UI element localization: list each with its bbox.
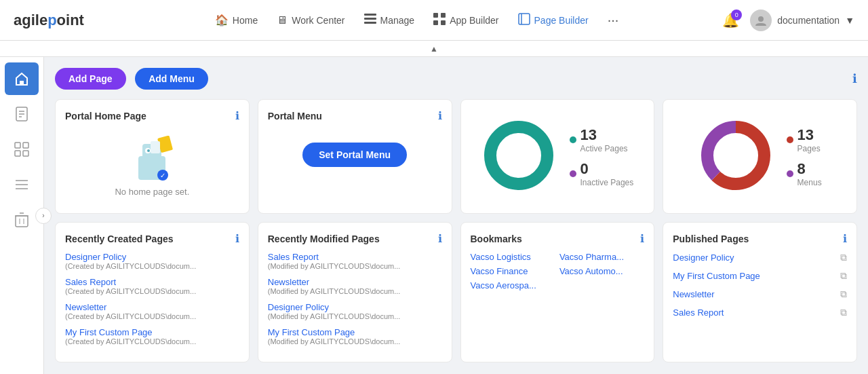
sidebar-item-grid[interactable] — [5, 133, 39, 166]
recently-created-sub-4: (Created by AGILITYCLOUDS\docum... — [65, 337, 239, 345]
sidebar-item-trash[interactable] — [5, 204, 39, 236]
pages-menus-donut — [698, 118, 773, 195]
bookmark-link-1[interactable]: Vacso Logistics — [471, 252, 555, 262]
page-info-icon[interactable]: ℹ — [852, 71, 857, 86]
list-item: Newsletter (Modified by AGILITYCLOUDS\do… — [268, 277, 442, 295]
recently-created-link-2[interactable]: Sales Report — [65, 277, 239, 287]
sidebar-item-home[interactable] — [5, 62, 39, 95]
user-menu[interactable]: documentation ▼ — [750, 10, 854, 31]
list-item: Designer Policy (Created by AGILITYCLOUD… — [65, 252, 239, 270]
no-page-text: No home page set. — [115, 187, 189, 197]
published-item-1: Designer Policy ⧉ — [673, 252, 847, 263]
content-top-bar: Add Page Add Menu ℹ — [55, 68, 857, 90]
copy-icon-2[interactable]: ⧉ — [840, 270, 847, 282]
recently-created-link-3[interactable]: Newsletter — [65, 302, 239, 312]
svg-rect-10 — [20, 81, 24, 85]
bookmarks-info-icon[interactable]: ℹ — [640, 232, 644, 245]
svg-rect-15 — [15, 143, 20, 148]
recently-modified-sub-3: (Modified by AGILITYCLOUDS\docum... — [268, 312, 442, 320]
published-link-4[interactable]: Sales Report — [673, 307, 724, 318]
nav-pagebuilder[interactable]: Page Builder — [518, 13, 589, 28]
svg-rect-18 — [23, 151, 28, 156]
portal-menu-title: Portal Menu — [268, 111, 322, 121]
recently-modified-link-1[interactable]: Sales Report — [268, 252, 442, 262]
published-pages-card: Published Pages ℹ Designer Policy ⧉ My F… — [663, 222, 857, 362]
recently-modified-link-2[interactable]: Newsletter — [268, 277, 442, 287]
recently-modified-title: Recently Modified Pages — [268, 233, 380, 244]
bookmark-link-2[interactable]: Vacso Pharma... — [559, 252, 644, 262]
published-item-4: Sales Report ⧉ — [673, 307, 847, 318]
published-link-1[interactable]: Designer Policy — [673, 253, 734, 263]
portal-menu-info-icon[interactable]: ℹ — [438, 109, 442, 122]
portal-home-title: Portal Home Page — [65, 111, 146, 121]
nav-right: 🔔 0 documentation ▼ — [722, 10, 854, 31]
recently-created-link-4[interactable]: My First Custom Page — [65, 327, 239, 337]
pages-donut-chart — [481, 118, 556, 195]
portal-menu-card: Portal Menu ℹ Set Portal Menu — [258, 99, 452, 214]
bookmarks-list: Vacso Logistics Vacso Pharma... Vacso Fi… — [471, 252, 645, 291]
nav-appbuilder[interactable]: App Builder — [433, 13, 498, 28]
published-pages-info-icon[interactable]: ℹ — [843, 232, 847, 245]
recently-modified-list: Sales Report (Modified by AGILITYCLOUDS\… — [268, 252, 442, 352]
list-item: Sales Report (Modified by AGILITYCLOUDS\… — [268, 252, 442, 270]
svg-rect-16 — [23, 143, 28, 148]
more-dots[interactable]: ··· — [608, 12, 619, 28]
notification-badge: 0 — [731, 10, 742, 20]
recently-modified-sub-1: (Modified by AGILITYCLOUDS\docum... — [268, 262, 442, 270]
svg-text:✓: ✓ — [160, 172, 165, 179]
list-item: My First Custom Page (Created by AGILITY… — [65, 327, 239, 345]
nav-manage[interactable]: Manage — [364, 14, 415, 27]
bookmark-link-3[interactable]: Vacso Finance — [471, 266, 555, 276]
published-link-2[interactable]: My First Custom Page — [673, 271, 760, 281]
copy-icon-3[interactable]: ⧉ — [840, 288, 847, 300]
recently-created-list: Designer Policy (Created by AGILITYCLOUD… — [65, 252, 239, 352]
published-link-3[interactable]: Newsletter — [673, 289, 714, 299]
published-pages-title: Published Pages — [673, 233, 749, 244]
add-menu-button[interactable]: Add Menu — [135, 68, 208, 90]
sidebar: › — [0, 57, 44, 374]
copy-icon-1[interactable]: ⧉ — [840, 252, 847, 263]
nav-workcenter[interactable]: 🖥 Work Center — [277, 14, 344, 26]
sidebar-toggle[interactable]: › — [35, 208, 52, 224]
recently-modified-link-3[interactable]: Designer Policy — [268, 302, 442, 312]
robot-illustration: ✓ — [125, 136, 179, 187]
add-page-button[interactable]: Add Page — [55, 68, 126, 90]
recently-modified-link-4[interactable]: My First Custom Page — [268, 327, 442, 337]
pages-menus-legend: 13 Pages 8 Menus — [787, 126, 822, 187]
nav-links: 🏠 Home 🖥 Work Center Manage App Builder … — [111, 12, 722, 28]
sidebar-item-list[interactable] — [5, 168, 39, 201]
portal-home-info-icon[interactable]: ℹ — [235, 109, 239, 122]
list-item: My First Custom Page (Modified by AGILIT… — [268, 327, 442, 345]
svg-point-31 — [147, 149, 150, 152]
monitor-icon: 🖥 — [277, 14, 288, 26]
recently-created-info-icon[interactable]: ℹ — [235, 232, 239, 245]
collapse-bar[interactable]: ▲ — [0, 41, 868, 57]
action-buttons: Add Page Add Menu — [55, 68, 208, 90]
copy-icon-4[interactable]: ⧉ — [840, 307, 847, 318]
bookmark-link-4[interactable]: Vacso Automo... — [559, 266, 644, 276]
svg-point-37 — [490, 127, 547, 184]
pages-menus-card: 13 Pages 8 Menus — [663, 99, 857, 214]
recently-created-card: Recently Created Pages ℹ Designer Policy… — [55, 222, 250, 362]
svg-rect-5 — [433, 20, 438, 25]
svg-rect-0 — [364, 14, 376, 16]
recently-created-sub-1: (Created by AGILITYCLOUDS\docum... — [65, 262, 239, 270]
content-area: Add Page Add Menu ℹ Portal Home Page ℹ — [44, 57, 868, 374]
recently-modified-info-icon[interactable]: ℹ — [438, 232, 442, 245]
set-portal-menu-button[interactable]: Set Portal Menu — [302, 143, 407, 167]
sidebar-item-pages[interactable] — [5, 98, 39, 130]
portal-menu-header: Portal Menu ℹ — [268, 109, 442, 122]
bookmark-link-5[interactable]: Vacso Aerospa... — [471, 280, 555, 291]
chevron-down-icon: ▼ — [845, 15, 854, 26]
recently-created-sub-2: (Created by AGILITYCLOUDS\docum... — [65, 287, 239, 295]
pages-status-card: 13 Active Pages 0 Inactive Pages — [460, 99, 655, 214]
recently-created-link-1[interactable]: Designer Policy — [65, 252, 239, 262]
bottom-cards-grid: Recently Created Pages ℹ Designer Policy… — [55, 222, 857, 362]
notifications-button[interactable]: 🔔 0 — [722, 12, 739, 29]
bookmarks-title: Bookmarks — [471, 233, 522, 244]
portal-home-card: Portal Home Page ℹ — [55, 99, 250, 214]
svg-rect-4 — [441, 13, 446, 18]
nav-home[interactable]: 🏠 Home — [215, 14, 258, 26]
inactive-pages-legend: 0 Inactive Pages — [570, 160, 634, 187]
recently-modified-sub-2: (Modified by AGILITYCLOUDS\docum... — [268, 287, 442, 295]
